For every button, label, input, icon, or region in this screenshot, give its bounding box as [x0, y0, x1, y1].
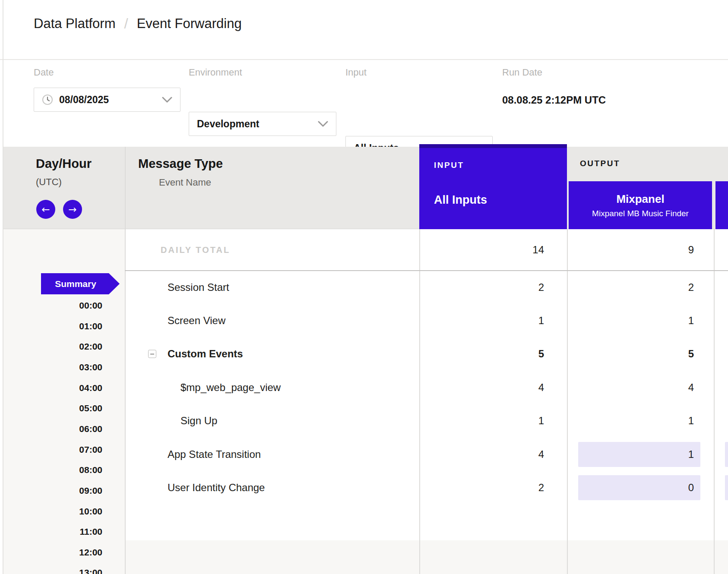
hour-row-0000[interactable]: 00:00: [3, 300, 102, 311]
environment-filter-dropdown[interactable]: Development: [189, 112, 336, 136]
row-input-value: 4: [538, 448, 544, 460]
hour-row-0400[interactable]: 04:00: [3, 382, 102, 394]
grid-line-message: [419, 229, 420, 574]
chevron-down-icon: [318, 121, 328, 127]
table-row-session-start[interactable]: Session Start 2 2: [125, 271, 728, 304]
input-column-name: All Inputs: [434, 193, 487, 207]
row-label: Session Start: [168, 281, 229, 293]
table-row-sign-up[interactable]: Sign Up 1 1: [125, 404, 728, 438]
row-input-value: 5: [538, 348, 544, 360]
arrow-right-icon: →: [68, 204, 76, 215]
table-footer-background: [3, 540, 728, 574]
hour-row-0200[interactable]: 02:00: [3, 341, 102, 352]
collapse-toggle-icon[interactable]: [148, 350, 156, 358]
row-output-value: 1: [688, 448, 694, 460]
daily-total-row: DAILY TOTAL 14 9: [125, 229, 728, 271]
input-column-header[interactable]: INPUT All Inputs: [419, 144, 567, 229]
output-connection-subtitle: Mixpanel MB Music Finder: [592, 209, 689, 218]
day-hour-column-subtitle: (UTC): [36, 177, 62, 188]
highlighted-cell-partial: [725, 475, 728, 500]
row-label: Screen View: [168, 315, 225, 327]
input-filter-label: Input: [345, 67, 367, 78]
table-row-custom-events[interactable]: Custom Events 5 5: [125, 337, 728, 371]
hour-row-0100[interactable]: 01:00: [3, 321, 102, 332]
row-input-value: 1: [538, 415, 544, 427]
hour-row-1000[interactable]: 10:00: [3, 506, 102, 517]
clock-icon: [42, 94, 53, 105]
date-filter-dropdown[interactable]: 08/08/2025: [34, 88, 180, 112]
summary-row-label: Summary: [55, 279, 96, 289]
highlighted-cell: [578, 442, 700, 467]
table-row-app-state-transition[interactable]: App State Transition 4 1: [125, 438, 728, 471]
breadcrumb: Data Platform / Event Forwarding: [34, 16, 242, 32]
row-input-value: 2: [538, 482, 544, 494]
table-row-mp-web-page-view[interactable]: $mp_web_page_view 4 4: [125, 371, 728, 404]
arrow-left-icon: ←: [41, 204, 50, 215]
table-row-screen-view[interactable]: Screen View 1 1: [125, 304, 728, 337]
daily-total-output-value: 9: [688, 244, 694, 256]
highlighted-cell: [578, 475, 700, 500]
page-title: Event Forwarding: [137, 16, 242, 32]
row-output-value: 4: [688, 382, 694, 394]
output-column-header-mixpanel[interactable]: Mixpanel Mixpanel MB Music Finder: [569, 181, 712, 229]
row-input-value: 2: [538, 281, 544, 293]
input-column-selected-strip: [419, 144, 567, 148]
row-output-value: 2: [688, 281, 694, 293]
previous-day-button[interactable]: ←: [36, 200, 55, 219]
grid-line-input: [567, 229, 568, 574]
hour-row-0700[interactable]: 07:00: [3, 444, 102, 455]
hour-row-1300[interactable]: 13:00: [3, 567, 102, 574]
breadcrumb-separator: /: [124, 16, 128, 32]
message-type-column-title: Message Type: [138, 157, 223, 171]
row-label: Sign Up: [180, 415, 217, 427]
grid-line-output: [714, 229, 715, 574]
output-section-label: OUTPUT: [580, 159, 620, 168]
breadcrumb-section[interactable]: Data Platform: [34, 16, 116, 32]
output-column-header-partial[interactable]: [715, 181, 728, 229]
environment-filter-label: Environment: [189, 67, 242, 78]
run-date-label: Run Date: [502, 67, 542, 78]
run-date-value: 08.08.25 2:12PM UTC: [502, 94, 606, 106]
hour-row-0800[interactable]: 08:00: [3, 464, 102, 476]
row-label: App State Transition: [168, 448, 261, 460]
row-output-value: 1: [688, 415, 694, 427]
row-input-value: 4: [538, 382, 544, 394]
summary-row-badge[interactable]: Summary: [41, 273, 120, 294]
hour-row-1100[interactable]: 11:00: [3, 526, 102, 537]
date-filter-value: 08/08/2025: [59, 94, 109, 106]
next-day-button[interactable]: →: [63, 200, 82, 219]
day-hour-column-title: Day/Hour: [36, 157, 92, 171]
output-connection-name: Mixpanel: [616, 192, 664, 206]
row-output-value: 1: [688, 315, 694, 327]
header-divider: [0, 59, 728, 60]
daily-total-border: [125, 270, 728, 271]
row-input-value: 1: [538, 315, 544, 327]
row-output-value: 5: [688, 348, 694, 360]
daily-total-label: DAILY TOTAL: [161, 245, 230, 255]
row-label: $mp_web_page_view: [180, 382, 281, 394]
message-type-column-subtitle: Event Name: [159, 177, 211, 188]
hour-row-0300[interactable]: 03:00: [3, 362, 102, 373]
row-output-value: 0: [688, 482, 694, 494]
highlighted-cell-partial: [725, 442, 728, 467]
grid-line-daycol: [125, 147, 126, 574]
table-row-user-identity-change[interactable]: User Identity Change 2 0: [125, 471, 728, 504]
row-label: User Identity Change: [168, 482, 265, 494]
input-section-label: INPUT: [434, 161, 464, 170]
event-rows: Session Start 2 2 Screen View 1 1 Custom…: [125, 271, 728, 505]
hour-row-0600[interactable]: 06:00: [3, 423, 102, 435]
chevron-down-icon: [162, 97, 172, 103]
environment-filter-value: Development: [197, 118, 259, 130]
hour-row-1200[interactable]: 12:00: [3, 547, 102, 558]
hour-row-0900[interactable]: 09:00: [3, 485, 102, 496]
date-filter-label: Date: [34, 67, 54, 78]
hour-row-0500[interactable]: 05:00: [3, 403, 102, 414]
row-label: Custom Events: [168, 348, 243, 360]
daily-total-input-value: 14: [532, 244, 544, 256]
